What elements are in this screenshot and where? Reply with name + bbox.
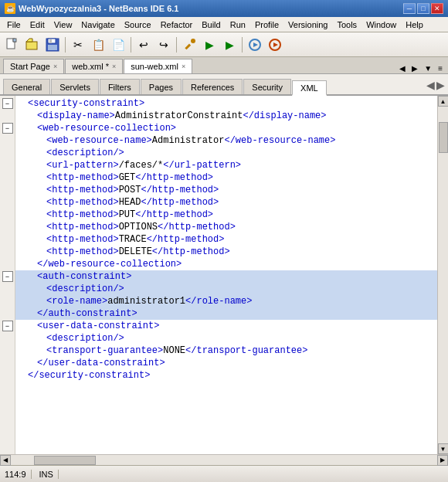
menu-versioning[interactable]: Versioning	[284, 19, 331, 30]
editor-nav-left[interactable]: ◀	[426, 79, 435, 91]
filetabs: Start Page × web.xml * × sun-web.xml × ◀…	[0, 57, 448, 74]
code-line-14: </web-resource-collection>	[15, 258, 437, 270]
tab-menu[interactable]: ≡	[436, 63, 445, 73]
menu-tools[interactable]: Tools	[333, 19, 361, 30]
tab-dropdown[interactable]: ▼	[422, 63, 434, 73]
debug-button[interactable]: ▶	[220, 36, 239, 54]
code-line-21: <transport-guarantee>NONE</transport-gua…	[15, 345, 437, 357]
menu-help[interactable]: Help	[402, 19, 427, 30]
filetab-sunwebxml-label: sun-web.xml	[131, 62, 178, 71]
filetab-startpage[interactable]: Start Page ×	[3, 59, 64, 73]
menu-source[interactable]: Source	[120, 19, 155, 30]
tab-scroll-left[interactable]: ◀	[397, 63, 408, 73]
titlebar-left: ☕ WebWypozyczalnia3 - NetBeans IDE 6.1	[5, 3, 178, 14]
code-line-3: <web-resource-collection>	[15, 122, 437, 134]
save-button[interactable]	[43, 36, 62, 54]
vscroll-track[interactable]	[438, 107, 448, 443]
build-button[interactable]	[180, 36, 199, 54]
expand-19[interactable]: −	[2, 321, 13, 331]
code-line-10: <http-method>PUT</http-method>	[15, 209, 437, 221]
insert-mode: INS	[39, 470, 59, 479]
paste-button[interactable]: 📄	[109, 36, 127, 54]
menubar: File Edit View Navigate Source Refactor …	[0, 17, 448, 32]
menu-edit[interactable]: Edit	[26, 19, 49, 30]
copy-button[interactable]: 📋	[89, 36, 107, 54]
svg-rect-7	[49, 39, 52, 43]
tab-security[interactable]: Security	[243, 79, 291, 94]
filetab-startpage-close[interactable]: ×	[53, 63, 57, 70]
code-line-11: <http-method>OPTIONS</http-method>	[15, 221, 437, 233]
tab-scroll-right[interactable]: ▶	[409, 63, 420, 73]
code-line-22: </user-data-constraint>	[15, 357, 437, 369]
hscroll-thumb[interactable]	[34, 456, 96, 465]
close-button[interactable]: ✕	[431, 3, 443, 14]
code-line-5: <description/>	[15, 147, 437, 159]
code-content[interactable]: <security-constraint> <display-name>Admi…	[15, 96, 437, 454]
tab-general[interactable]: General	[3, 79, 50, 94]
expand-3[interactable]: −	[2, 123, 13, 134]
maximize-button[interactable]: □	[417, 3, 429, 14]
code-line-9: <http-method>HEAD</http-method>	[15, 196, 437, 209]
filetab-webxml[interactable]: web.xml * ×	[65, 59, 123, 73]
horizontal-scrollbar[interactable]: ◀ ▶	[0, 454, 448, 465]
svg-rect-2	[13, 39, 16, 42]
code-line-6: <url-pattern>/faces/*</url-pattern>	[15, 159, 437, 171]
minimize-button[interactable]: ─	[403, 3, 416, 14]
navtabs: General Servlets Filters Pages Reference…	[0, 74, 448, 96]
tab-servlets[interactable]: Servlets	[51, 79, 99, 94]
hscroll-right[interactable]: ▶	[437, 455, 448, 466]
vscroll-down[interactable]: ▼	[438, 443, 449, 454]
menu-run[interactable]: Run	[226, 19, 249, 30]
filetab-webxml-close[interactable]: ×	[112, 63, 116, 70]
code-line-19: <user-data-constraint>	[15, 320, 437, 332]
expand-15[interactable]: −	[2, 271, 13, 282]
svg-marker-14	[273, 42, 278, 47]
vscroll-up[interactable]: ▲	[438, 96, 449, 107]
run-button[interactable]: ▶	[200, 36, 219, 54]
toolbar-separator-3	[176, 37, 177, 53]
filetab-sunwebxml[interactable]: sun-web.xml ×	[124, 59, 192, 73]
toolbar-separator-2	[131, 37, 131, 53]
titlebar-title: WebWypozyczalnia3 - NetBeans IDE 6.1	[19, 4, 178, 13]
vscroll-thumb[interactable]	[439, 122, 448, 153]
menu-file[interactable]: File	[3, 19, 25, 30]
code-line-20: <description/>	[15, 332, 437, 345]
tab-pages[interactable]: Pages	[141, 79, 182, 94]
svg-rect-8	[48, 45, 57, 50]
vertical-scrollbar[interactable]: ▲ ▼	[437, 96, 448, 454]
new-button[interactable]	[3, 36, 22, 54]
cut-button[interactable]: ✂	[69, 36, 87, 54]
cursor-position: 114:9	[5, 470, 32, 479]
menu-navigate[interactable]: Navigate	[77, 19, 118, 30]
redo-button[interactable]: ↪	[154, 36, 173, 54]
tab-references[interactable]: References	[182, 79, 243, 94]
tab-xml[interactable]: XML	[292, 80, 327, 96]
svg-point-10	[191, 39, 195, 43]
undo-button[interactable]: ↩	[134, 36, 153, 54]
menu-build[interactable]: Build	[198, 19, 224, 30]
code-line-13: <http-method>DELETE</http-method>	[15, 246, 437, 258]
hscroll-left[interactable]: ◀	[0, 455, 11, 466]
tab-filters[interactable]: Filters	[100, 79, 140, 94]
open-button[interactable]	[23, 36, 42, 54]
toolbar: ✂ 📋 📄 ↩ ↪ ▶ ▶	[0, 32, 448, 57]
app-icon: ☕	[5, 3, 15, 14]
editor-nav-right[interactable]: ▶	[436, 79, 445, 91]
profile-button[interactable]	[266, 36, 284, 54]
titlebar: ☕ WebWypozyczalnia3 - NetBeans IDE 6.1 ─…	[0, 0, 448, 17]
menu-profile[interactable]: Profile	[251, 19, 283, 30]
filetab-sunwebxml-close[interactable]: ×	[182, 63, 185, 70]
filetab-startpage-label: Start Page	[10, 62, 50, 71]
hscroll-track[interactable]	[11, 455, 437, 465]
menu-window[interactable]: Window	[362, 19, 400, 30]
deploy-button[interactable]	[246, 36, 264, 54]
svg-marker-12	[253, 42, 258, 47]
expand-1[interactable]: −	[2, 98, 13, 109]
statusbar: 114:9 INS	[0, 465, 448, 482]
toolbar-separator-1	[65, 37, 66, 53]
code-editor: − − − −	[0, 96, 448, 454]
menu-refactor[interactable]: Refactor	[157, 19, 197, 30]
editor-area: − − − −	[0, 96, 448, 465]
code-line-4: <web-resource-name>Administrator</web-re…	[15, 134, 437, 147]
menu-view[interactable]: View	[50, 19, 76, 30]
